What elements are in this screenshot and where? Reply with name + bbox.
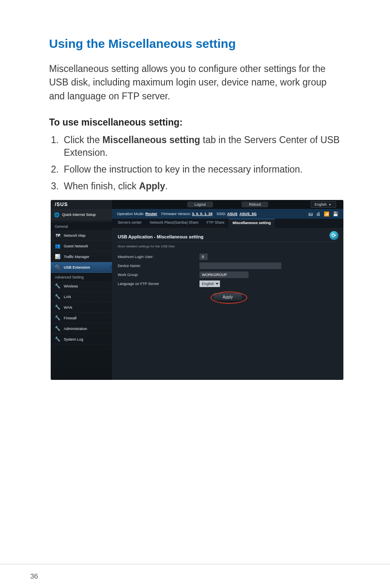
sidebar-item-label: System Log — [64, 337, 83, 341]
ssid-label: SSID: — [217, 212, 226, 216]
step-1-bold: Miscellaneous setting — [103, 135, 200, 145]
router-screenshot: /SUS 🌐 Quick Internet Setup General 🗺 Ne… — [51, 200, 343, 380]
sidebar-item-network-map[interactable]: 🗺 Network Map — [51, 230, 112, 241]
tab-misc-setting[interactable]: Miscellaneous setting — [229, 219, 275, 228]
reboot-button[interactable]: Reboot — [242, 202, 268, 207]
sidebar-item-usb[interactable]: 🔌 USB Extension — [51, 262, 112, 273]
step-1-text-a: Click the — [64, 135, 103, 145]
sidebar-item-label: Traffic Manager — [64, 255, 90, 259]
step-3: When finish, click Apply. — [61, 180, 341, 193]
sidebar-item-syslog[interactable]: 🔧 System Log — [51, 334, 112, 345]
section-title: Using the Miscellaneous setting — [49, 37, 341, 51]
sidebar-item-qis[interactable]: 🌐 Quick Internet Setup — [51, 209, 112, 220]
row-ftp-lang: Language on FTP Server English — [118, 279, 338, 288]
op-mode-label: Operation Mode: — [117, 212, 144, 216]
sidebar-item-label: LAN — [64, 295, 71, 299]
fw-label: Firmware Version: — [161, 212, 191, 216]
step-3-bold: Apply — [139, 181, 165, 191]
main-area: Logout Reboot English ▾ Operation Mode: … — [112, 200, 343, 380]
sidebar-item-lan[interactable]: 🔧 LAN — [51, 292, 112, 302]
work-group-label: Work Group: — [118, 273, 195, 277]
map-icon: 🗺 — [55, 233, 61, 238]
sidebar-item-label: Wireless — [64, 284, 78, 288]
language-value: English — [314, 202, 327, 206]
logout-button[interactable]: Logout — [187, 202, 213, 207]
sidebar-item-label: Network Map — [64, 233, 85, 238]
device-name-input[interactable] — [199, 263, 281, 269]
wrench-icon: 🔧 — [55, 326, 61, 332]
step-3-text-a: When finish, click — [64, 181, 139, 191]
status-icons: 🖴 🖨 📶 💾 — [308, 211, 338, 217]
step-3-text-c: . — [165, 181, 168, 191]
wrench-icon: 🔧 — [55, 337, 61, 342]
max-login-label: Maximum Login User: — [118, 255, 195, 259]
language-select[interactable]: English ▾ — [311, 201, 336, 208]
intro-paragraph: Miscellaneous setting allows you to conf… — [49, 62, 341, 103]
work-group-input[interactable]: WORKGROUP — [199, 272, 249, 278]
sidebar-item-admin[interactable]: 🔧 Administration — [51, 323, 112, 334]
topbar: Logout Reboot English ▾ — [112, 200, 343, 209]
sidebar-item-wan[interactable]: 🔧 WAN — [51, 302, 112, 313]
ftp-lang-select[interactable]: English — [199, 281, 220, 287]
op-mode-link[interactable]: Router — [146, 212, 157, 216]
row-max-login: Maximum Login User: 5 — [118, 252, 338, 261]
refresh-icon: ⟳ — [332, 232, 336, 239]
fw-link[interactable]: 3. 0. 0. 1. 28 — [192, 212, 213, 216]
tabs-bar: Servers center Network Place(Samba) Shar… — [112, 219, 343, 228]
tab-ftp-share[interactable]: FTP Share — [203, 219, 229, 228]
wrench-icon: 🔧 — [55, 305, 61, 310]
gauge-icon: 📊 — [55, 254, 61, 260]
printer-icon: 🖨 — [316, 211, 321, 217]
sidebar-item-label: WAN — [64, 305, 72, 310]
sidebar: /SUS 🌐 Quick Internet Setup General 🗺 Ne… — [51, 200, 112, 380]
sidebar-item-traffic[interactable]: 📊 Traffic Manager — [51, 251, 112, 262]
subheading: To use miscellaneous setting: — [49, 117, 341, 128]
brand-logo: /SUS — [51, 200, 112, 209]
usb-icon: 🔌 — [55, 265, 61, 270]
sidebar-item-label: Guest Network — [64, 244, 88, 248]
storage-icon: 💾 — [333, 211, 338, 217]
sidebar-item-guest[interactable]: 👥 Guest Network — [51, 241, 112, 251]
ssid-5g-link[interactable]: ASUS_5G — [240, 212, 257, 216]
wrench-icon: 🔧 — [55, 294, 61, 300]
footer-rule — [0, 564, 390, 568]
usb-status-icon: 🖴 — [308, 211, 313, 217]
page-number: 36 — [30, 572, 38, 581]
steps-list: Click the Miscellaneous setting tab in t… — [49, 134, 341, 193]
sidebar-item-firewall[interactable]: 🔧 Firewall — [51, 313, 112, 323]
wrench-icon: 🔧 — [55, 315, 61, 321]
sidebar-item-label: Quick Internet Setup — [62, 213, 96, 217]
step-2: Follow the instruction to key in the nec… — [61, 163, 341, 176]
sidebar-item-label: Administration — [64, 327, 87, 331]
wrench-icon: 🔧 — [55, 283, 61, 289]
row-work-group: Work Group: WORKGROUP — [118, 270, 338, 279]
step-1: Click the Miscellaneous setting tab in t… — [61, 134, 341, 159]
device-name-label: Device Name: — [118, 264, 195, 268]
panel-subtitle: More detailed settings for the USB Disk — [118, 242, 338, 252]
ssid-link[interactable]: ASUS — [227, 212, 238, 216]
wifi-icon: 📶 — [324, 211, 329, 217]
sidebar-item-label: Firewall — [64, 316, 76, 320]
apply-wrap: Apply — [118, 293, 338, 301]
panel: USB Application - Miscellaneous setting … — [112, 228, 343, 380]
row-device-name: Device Name: — [118, 261, 338, 270]
chevron-down-icon: ▾ — [329, 203, 331, 206]
info-bar: Operation Mode: Router Firmware Version:… — [112, 209, 343, 219]
tab-servers-center[interactable]: Servers center — [114, 219, 146, 228]
max-login-input[interactable]: 5 — [199, 254, 208, 260]
sidebar-item-wireless[interactable]: 🔧 Wireless — [51, 281, 112, 292]
tab-samba-share[interactable]: Network Place(Samba) Share — [146, 219, 203, 228]
globe-icon: 🌐 — [54, 212, 60, 218]
apply-button[interactable]: Apply — [213, 293, 242, 301]
sidebar-group-advanced: Advanced Setting — [51, 273, 112, 281]
sidebar-group-general: General — [51, 222, 112, 230]
panel-title: USB Application - Miscellaneous setting — [118, 231, 338, 242]
ftp-lang-label: Language on FTP Server — [118, 282, 195, 286]
sidebar-item-label: USB Extension — [64, 265, 90, 269]
guest-icon: 👥 — [55, 243, 61, 249]
